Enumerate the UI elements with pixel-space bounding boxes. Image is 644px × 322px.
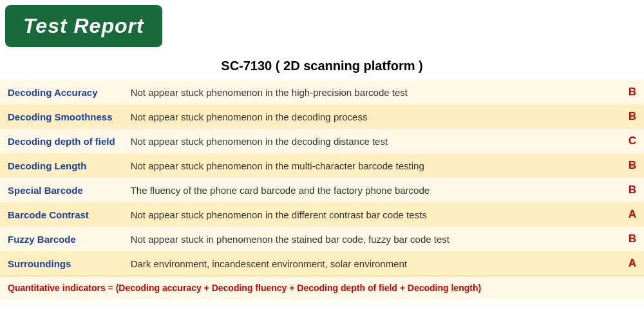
row-category: Barcode Contrast [0, 202, 123, 227]
row-category: Surroundings [0, 251, 123, 276]
row-grade: C [621, 129, 644, 153]
table-row: Barcode ContrastNot appear stuck phenome… [0, 202, 644, 227]
table-row: Fuzzy BarcodeNot appear stuck in phenome… [0, 227, 644, 251]
test-report-table: Decoding AccuracyNot appear stuck phenom… [0, 80, 644, 299]
row-grade: B [621, 227, 644, 251]
footer-text: Quantitative indicators = (Decoding accu… [0, 276, 644, 300]
row-category: Fuzzy Barcode [0, 227, 123, 251]
row-grade: A [621, 202, 644, 227]
row-grade: B [621, 104, 644, 129]
row-category: Decoding depth of field [0, 129, 123, 153]
report-title: Test Report [5, 5, 162, 47]
row-description: Not appear stuck phenomenon in the high-… [123, 80, 621, 104]
row-description: Not appear stuck phenomenon in the decod… [123, 129, 621, 153]
row-grade: B [621, 178, 644, 202]
row-grade: B [621, 153, 644, 178]
row-description: Not appear stuck phenomenon in the multi… [123, 153, 621, 178]
header-title-box: Test Report [0, 0, 644, 47]
row-description: Not appear stuck in phenomenon the stain… [123, 227, 621, 251]
row-grade: B [621, 80, 644, 104]
row-category: Decoding Accuracy [0, 80, 123, 104]
table-row: Decoding AccuracyNot appear stuck phenom… [0, 80, 644, 104]
row-grade: A [621, 251, 644, 276]
table-row: Decoding SmoothnessNot appear stuck phen… [0, 104, 644, 129]
table-row: Decoding LengthNot appear stuck phenomen… [0, 153, 644, 178]
row-description: Dark environment, incandescent environme… [123, 251, 621, 276]
row-description: Not appear stuck phenomenon in the decod… [123, 104, 621, 129]
table-row: Special BarcodeThe fluency of the phone … [0, 178, 644, 202]
row-description: The fluency of the phone card barcode an… [123, 178, 621, 202]
row-category: Decoding Length [0, 153, 123, 178]
table-row: SurroundingsDark environment, incandesce… [0, 251, 644, 276]
footer-row: Quantitative indicators = (Decoding accu… [0, 276, 644, 300]
report-subtitle: SC-7130 ( 2D scanning platform ) [0, 47, 644, 80]
row-category: Decoding Smoothness [0, 104, 123, 129]
row-description: Not appear stuck phenomenon in the diffe… [123, 202, 621, 227]
table-row: Decoding depth of fieldNot appear stuck … [0, 129, 644, 153]
row-category: Special Barcode [0, 178, 123, 202]
